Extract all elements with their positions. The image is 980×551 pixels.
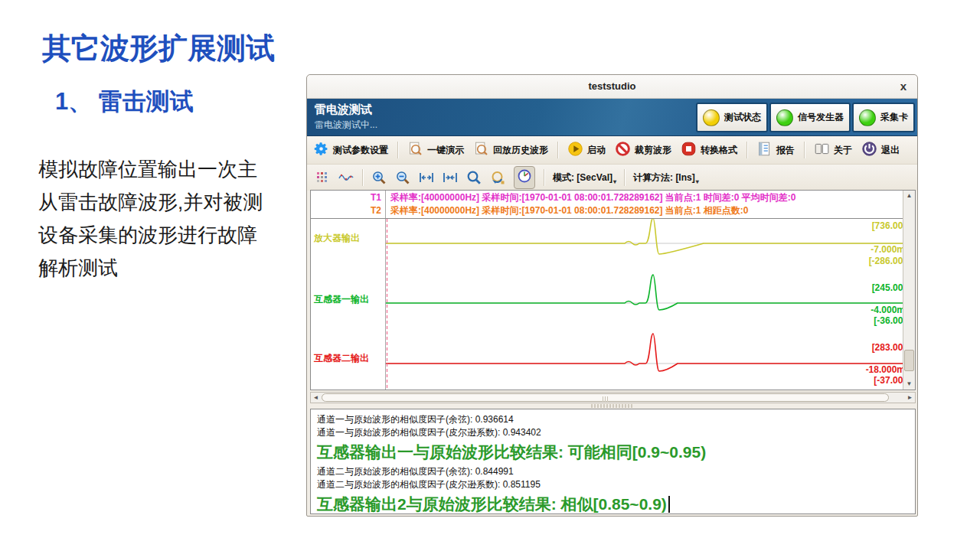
scroll-right-icon[interactable]: ► — [905, 393, 915, 403]
ch3-name: 互感器二输出 — [314, 354, 369, 364]
report-button[interactable]: 报告 — [756, 141, 795, 159]
main-toolbar: 测试参数设置 一键演示 回放历史波形 启动 裁剪波形 转换格式 报告 — [307, 136, 917, 165]
chevron-down-icon: ▾ — [613, 178, 616, 185]
convert-format-button[interactable]: 转换格式 — [681, 141, 737, 159]
search-icon[interactable] — [466, 170, 482, 185]
exit-icon — [861, 141, 877, 159]
status-test-state[interactable]: 测试状态 — [696, 103, 768, 132]
t1-label: T1 — [311, 191, 381, 204]
vertical-scrollbar[interactable]: ▲ ▼ — [903, 191, 915, 390]
mode-dropdown[interactable]: 模式: [SecVal]▾ — [553, 171, 616, 184]
green-lamp-icon — [859, 109, 876, 126]
h-expand-icon[interactable] — [419, 170, 434, 185]
scroll-down-icon[interactable]: ▼ — [903, 379, 915, 390]
crop-wave-button[interactable]: 裁剪波形 — [615, 141, 671, 159]
replay-icon — [473, 141, 489, 159]
toolbar-separator — [557, 142, 558, 158]
report-icon — [756, 141, 773, 159]
ch2-name: 互感器一输出 — [314, 295, 369, 305]
chevron-down-icon: ▾ — [696, 178, 699, 185]
button-label: 裁剪波形 — [635, 144, 671, 157]
zoom-in-icon[interactable] — [371, 170, 387, 185]
view-toolbar: 模式: [SecVal]▾ 计算方法: [Ins]▾ — [307, 165, 917, 191]
toolbar-separator — [746, 142, 747, 158]
close-button[interactable]: x — [900, 75, 906, 97]
t1-info-row: T1 采样率:[40000000Hz] 采样时间:[1970-01-01 08:… — [311, 191, 903, 204]
search-refresh-icon[interactable] — [490, 170, 505, 185]
button-label: 启动 — [587, 144, 606, 157]
app-status-text: 雷电波测试中... — [315, 119, 377, 132]
slide-subtitle: 1、 雷击测试 — [55, 86, 194, 118]
slide-body-text: 模拟故障位置输出一次主 从雷击故障波形,并对被测 设备采集的波形进行故障 解析测… — [38, 153, 306, 285]
text-caret — [668, 496, 670, 513]
gear-icon — [313, 141, 329, 159]
result-line: 通道二与原始波形的相似度因子(余弦): 0.844991 — [317, 465, 909, 478]
result-line: 通道一与原始波形的相似度因子(余弦): 0.936614 — [317, 413, 909, 426]
h-compress-icon[interactable] — [443, 170, 458, 185]
yellow-lamp-icon — [703, 109, 720, 126]
horizontal-scroll-thumb[interactable] — [322, 393, 889, 402]
toolbar-separator — [544, 169, 544, 186]
scroll-up-icon[interactable]: ▲ — [903, 191, 915, 201]
calc-label: 计算方法: [Ins] — [633, 172, 695, 183]
result-summary-2: 互感器输出2与原始波形比较结果: 相似[0.85~0.9) — [317, 493, 909, 515]
toolbar-separator — [362, 169, 363, 186]
waveform-canvas[interactable] — [386, 219, 903, 390]
start-button[interactable]: 启动 — [567, 141, 606, 159]
time-cursor-toggle[interactable] — [514, 166, 535, 189]
scroll-left-icon[interactable]: ◄ — [311, 393, 321, 403]
clock-icon — [517, 168, 532, 184]
status-label: 采集卡 — [880, 111, 908, 124]
window-titlebar[interactable]: teststudio x — [307, 75, 917, 99]
replay-history-button[interactable]: 回放历史波形 — [473, 141, 548, 159]
result-line: 通道一与原始波形的相似度因子(皮尔逊系数): 0.943402 — [317, 426, 909, 439]
one-key-demo-button[interactable]: 一键演示 — [407, 141, 464, 159]
horizontal-scrollbar[interactable]: ◄ ► — [310, 392, 916, 403]
t1-info-text: 采样率:[40000000Hz] 采样时间:[1970-01-01 08:00:… — [390, 191, 902, 204]
splitter-grip[interactable] — [591, 404, 634, 408]
about-button[interactable]: 关于 — [814, 141, 852, 159]
window-title: teststudio — [307, 75, 917, 97]
about-icon — [814, 141, 830, 159]
app-title: 雷电波测试 — [315, 103, 372, 117]
waveform-icon[interactable] — [338, 170, 354, 185]
button-label: 测试参数设置 — [333, 144, 388, 157]
toolbar-separator — [397, 142, 398, 158]
result-line: 通道二与原始波形的相似度因子(皮尔逊系数): 0.851195 — [317, 478, 909, 491]
body-line: 设备采集的波形进行故障 — [38, 219, 306, 252]
zoom-out-icon[interactable] — [395, 170, 410, 185]
result-text: 互感器输出2与原始波形比较结果: 相似[0.85~0.9) — [317, 495, 667, 513]
status-capture-card[interactable]: 采集卡 — [852, 103, 915, 132]
result-summary-1: 互感器输出一与原始波形比较结果: 可能相同[0.9~0.95) — [317, 441, 909, 463]
test-params-button[interactable]: 测试参数设置 — [313, 141, 388, 159]
app-window: teststudio x 雷电波测试 雷电波测试中... 测试状态 信号发生器 … — [306, 74, 918, 517]
app-header: 雷电波测试 雷电波测试中... 测试状态 信号发生器 采集卡 — [307, 99, 917, 136]
exit-button[interactable]: 退出 — [861, 141, 900, 159]
green-lamp-icon — [776, 109, 793, 126]
status-label: 信号发生器 — [798, 111, 844, 124]
t2-info-row: T2 采样率:[40000000Hz] 采样时间:[1970-01-01 08:… — [311, 204, 903, 217]
crop-icon — [615, 141, 631, 159]
status-indicator-group: 测试状态 信号发生器 采集卡 — [696, 103, 915, 132]
button-label: 回放历史波形 — [493, 144, 548, 157]
results-panel[interactable]: 通道一与原始波形的相似度因子(余弦): 0.936614 通道一与原始波形的相似… — [310, 409, 916, 514]
waveform-panel: T1 采样率:[40000000Hz] 采样时间:[1970-01-01 08:… — [310, 190, 916, 390]
cursor-info-panel: T1 采样率:[40000000Hz] 采样时间:[1970-01-01 08:… — [311, 191, 903, 219]
button-label: 关于 — [834, 144, 852, 157]
toolbar-separator — [624, 169, 625, 186]
t2-label: T2 — [311, 204, 381, 217]
body-line: 模拟故障位置输出一次主 — [38, 153, 306, 186]
demo-icon — [407, 141, 423, 159]
button-label: 转换格式 — [701, 144, 737, 157]
body-line: 解析测试 — [38, 252, 306, 285]
grid-icon[interactable] — [315, 170, 330, 185]
calc-method-dropdown[interactable]: 计算方法: [Ins]▾ — [633, 171, 698, 184]
button-label: 报告 — [776, 144, 795, 157]
toolbar-separator — [804, 142, 805, 158]
convert-icon — [681, 141, 697, 159]
body-line: 从雷击故障波形,并对被测 — [38, 186, 306, 219]
ch1-name: 放大器输出 — [314, 233, 360, 243]
status-signal-generator[interactable]: 信号发生器 — [769, 103, 851, 132]
start-icon — [567, 141, 583, 159]
vertical-scroll-thumb[interactable] — [904, 350, 914, 371]
